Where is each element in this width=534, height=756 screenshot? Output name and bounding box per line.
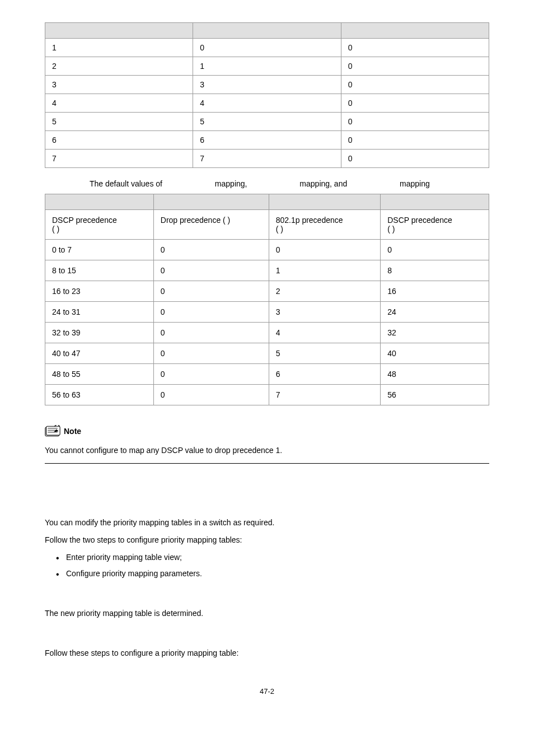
- table-row: 5 5 0: [45, 113, 489, 131]
- note-text: You cannot configure to map any DSCP val…: [45, 446, 489, 455]
- cell: 5: [269, 343, 381, 364]
- cell: 0: [381, 240, 489, 260]
- list-item: Enter priority mapping table view;: [56, 552, 489, 563]
- table-row: 32 to 39 0 4 32: [45, 323, 489, 343]
- precedence-table-1: 1 0 0 2 1 0 3 3 0 4 4 0 5 5 0 6 6 0: [45, 22, 489, 168]
- cell: 0: [341, 113, 489, 131]
- cell: 8 to 15: [45, 260, 154, 281]
- cell: 4: [193, 94, 341, 113]
- caption-prefix: The default values of: [90, 179, 162, 188]
- note-section: Note You cannot configure to map any DSC…: [45, 425, 489, 464]
- cell: 6: [193, 131, 341, 150]
- cell: 3: [269, 302, 381, 323]
- cell: 0: [153, 343, 269, 364]
- cell: 0: [341, 94, 489, 113]
- cell: 3: [193, 76, 341, 94]
- sub-body-1: The new priority mapping table is determ…: [45, 608, 489, 619]
- cell: Drop precedence ( ): [153, 210, 269, 240]
- cell: DSCP precedence ( ): [45, 210, 154, 240]
- note-label: Note: [64, 427, 81, 436]
- body-text-2: Follow the two steps to configure priori…: [45, 534, 489, 546]
- note-divider: [45, 463, 489, 464]
- table2-header-4: [381, 194, 489, 210]
- cell: 16 to 23: [45, 281, 154, 302]
- cell: 0: [153, 385, 269, 405]
- table-row: 4 4 0: [45, 94, 489, 113]
- cell: 5: [45, 113, 193, 131]
- cell: 1: [193, 57, 341, 76]
- table-row: 3 3 0: [45, 76, 489, 94]
- table2-header-3: [269, 194, 381, 210]
- table1-header-2: [193, 23, 341, 39]
- cell: 5: [193, 113, 341, 131]
- cell: 56 to 63: [45, 385, 154, 405]
- steps-list: Enter priority mapping table view; Confi…: [45, 552, 489, 580]
- cell: 56: [381, 385, 489, 405]
- cell: 24 to 31: [45, 302, 154, 323]
- cell: 32: [381, 323, 489, 343]
- caption-part3: mapping: [397, 179, 430, 188]
- table-row: 40 to 47 0 5 40: [45, 343, 489, 364]
- table-row: 8 to 15 0 1 8: [45, 260, 489, 281]
- cell: 32 to 39: [45, 323, 154, 343]
- cell: 0: [153, 364, 269, 385]
- cell: 24: [381, 302, 489, 323]
- cell: 1: [269, 260, 381, 281]
- cell: 48: [381, 364, 489, 385]
- table-row: 24 to 31 0 3 24: [45, 302, 489, 323]
- cell: 0 to 7: [45, 240, 154, 260]
- cell: 1: [45, 39, 193, 57]
- table-row: 48 to 55 0 6 48: [45, 364, 489, 385]
- table-row: 16 to 23 0 2 16: [45, 281, 489, 302]
- table-row: 0 to 7 0 0 0: [45, 240, 489, 260]
- cell: 0: [341, 131, 489, 150]
- table2-header-2: [153, 194, 269, 210]
- table1-header-1: [45, 23, 193, 39]
- table-row: DSCP precedence ( ) Drop precedence ( ) …: [45, 210, 489, 240]
- body-text-1: You can modify the priority mapping tabl…: [45, 517, 489, 529]
- cell: 4: [269, 323, 381, 343]
- table-row: 56 to 63 0 7 56: [45, 385, 489, 405]
- cell: 6: [45, 131, 193, 150]
- cell: 0: [153, 281, 269, 302]
- table-row: 7 7 0: [45, 150, 489, 168]
- caption-part1: mapping,: [213, 179, 247, 188]
- cell: 3: [45, 76, 193, 94]
- cell: 8: [381, 260, 489, 281]
- cell: 0: [341, 39, 489, 57]
- cell: 40: [381, 343, 489, 364]
- table-row: 6 6 0: [45, 131, 489, 150]
- cell: 0: [153, 240, 269, 260]
- table-row: 2 1 0: [45, 57, 489, 76]
- cell: 0: [269, 240, 381, 260]
- cell: 0: [153, 323, 269, 343]
- cell: 2: [269, 281, 381, 302]
- sub-body-2: Follow these steps to configure a priori…: [45, 647, 489, 659]
- cell: 7: [193, 150, 341, 168]
- cell: 2: [45, 57, 193, 76]
- cell: 6: [269, 364, 381, 385]
- table-row: 1 0 0: [45, 39, 489, 57]
- dscp-mapping-table: DSCP precedence ( ) Drop precedence ( ) …: [45, 194, 489, 405]
- note-header: Note: [45, 425, 489, 437]
- table2-caption: The default values of mapping, mapping, …: [45, 179, 489, 188]
- cell: 4: [45, 94, 193, 113]
- caption-part2: mapping, and: [297, 179, 347, 188]
- cell: 802.1p precedence ( ): [269, 210, 381, 240]
- note-icon: [45, 425, 60, 437]
- cell: 0: [341, 57, 489, 76]
- page-number: 47-2: [45, 687, 489, 696]
- cell: 0: [153, 260, 269, 281]
- cell: 48 to 55: [45, 364, 154, 385]
- cell: 0: [341, 150, 489, 168]
- cell: 7: [269, 385, 381, 405]
- cell: 0: [341, 76, 489, 94]
- cell: 0: [153, 302, 269, 323]
- table2-header-1: [45, 194, 154, 210]
- cell: DSCP precedence ( ): [381, 210, 489, 240]
- cell: 16: [381, 281, 489, 302]
- cell: 0: [193, 39, 341, 57]
- table1-header-3: [341, 23, 489, 39]
- list-item: Configure priority mapping parameters.: [56, 568, 489, 580]
- cell: 40 to 47: [45, 343, 154, 364]
